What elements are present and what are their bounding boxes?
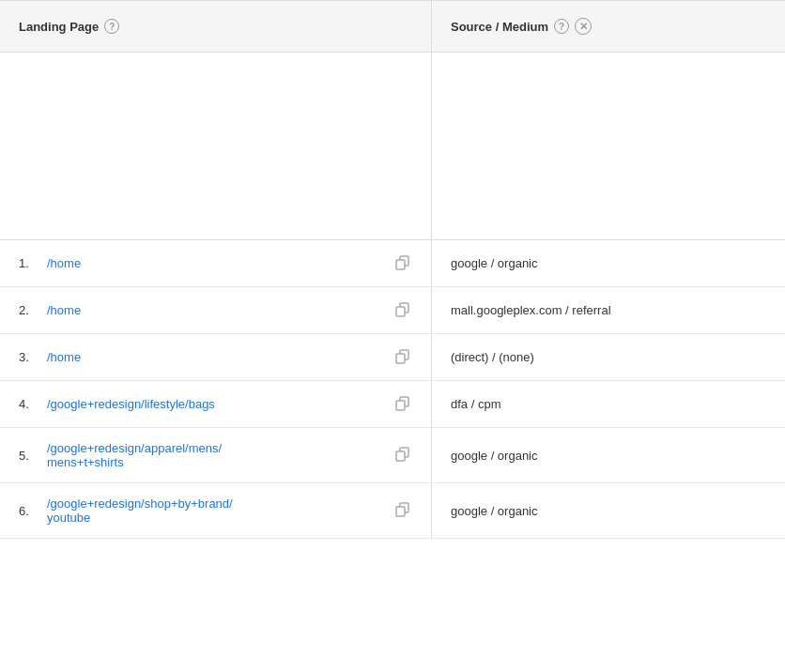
source-medium-cell: google / organic [432,483,785,538]
landing-cell: 5./google+redesign/apparel/mens/mens+t+s… [0,428,432,482]
row-number: 4. [19,397,39,411]
svg-rect-11 [396,507,405,516]
svg-rect-9 [396,451,405,461]
landing-page-link[interactable]: /google+redesign/shop+by+brand/youtube [47,496,388,525]
row-number: 2. [19,303,39,317]
source-medium-cell: (direct) / (none) [432,334,785,380]
landing-page-link[interactable]: /google+redesign/apparel/mens/mens+t+shi… [47,441,388,469]
source-medium-close-icon[interactable]: ✕ [575,18,592,35]
landing-cell: 1./home [0,240,432,286]
copy-link-icon[interactable] [395,447,412,464]
copy-link-icon[interactable] [395,349,412,366]
svg-rect-3 [396,307,405,316]
svg-rect-7 [396,401,405,410]
landing-cell: 3./home [0,334,432,380]
row-number: 3. [19,350,39,364]
source-medium-cell: mall.googleplex.com / referral [432,287,785,333]
table-body: 1./home google / organic2./home mall.goo… [0,240,785,539]
landing-page-column-header: Landing Page ? [0,1,432,52]
source-medium-cell: google / organic [432,240,785,286]
row-number: 1. [19,256,39,270]
svg-rect-1 [396,260,405,269]
empty-left [0,53,432,239]
source-medium-label: Source / Medium [451,20,548,34]
source-medium-cell: dfa / cpm [432,381,785,427]
landing-page-help-icon[interactable]: ? [104,19,119,34]
table-header: Landing Page ? Source / Medium ? ✕ [0,0,785,53]
empty-chart-area [0,53,785,240]
svg-rect-5 [396,354,405,363]
table-container: Landing Page ? Source / Medium ? ✕ 1./ho… [0,0,785,539]
landing-cell: 4./google+redesign/lifestyle/bags [0,381,432,427]
table-row: 3./home (direct) / (none) [0,334,785,381]
landing-cell: 2./home [0,287,432,333]
row-number: 5. [19,449,39,463]
landing-page-link[interactable]: /home [47,303,388,317]
copy-link-icon[interactable] [395,502,412,519]
landing-cell: 6./google+redesign/shop+by+brand/youtube [0,483,432,538]
landing-page-link[interactable]: /home [47,256,388,270]
copy-link-icon[interactable] [395,255,412,272]
table-row: 6./google+redesign/shop+by+brand/youtube… [0,483,785,539]
landing-page-link[interactable]: /google+redesign/lifestyle/bags [47,397,388,411]
table-row: 5./google+redesign/apparel/mens/mens+t+s… [0,428,785,483]
source-medium-help-icon[interactable]: ? [554,19,569,34]
source-medium-column-header: Source / Medium ? ✕ [432,1,785,52]
source-medium-cell: google / organic [432,428,785,482]
copy-link-icon[interactable] [395,302,412,319]
table-row: 1./home google / organic [0,240,785,287]
landing-page-label: Landing Page [19,20,99,34]
table-row: 2./home mall.googleplex.com / referral [0,287,785,334]
empty-right [432,53,785,239]
row-number: 6. [19,504,39,518]
table-row: 4./google+redesign/lifestyle/bags dfa / … [0,381,785,428]
copy-link-icon[interactable] [395,396,412,413]
landing-page-link[interactable]: /home [47,350,388,364]
